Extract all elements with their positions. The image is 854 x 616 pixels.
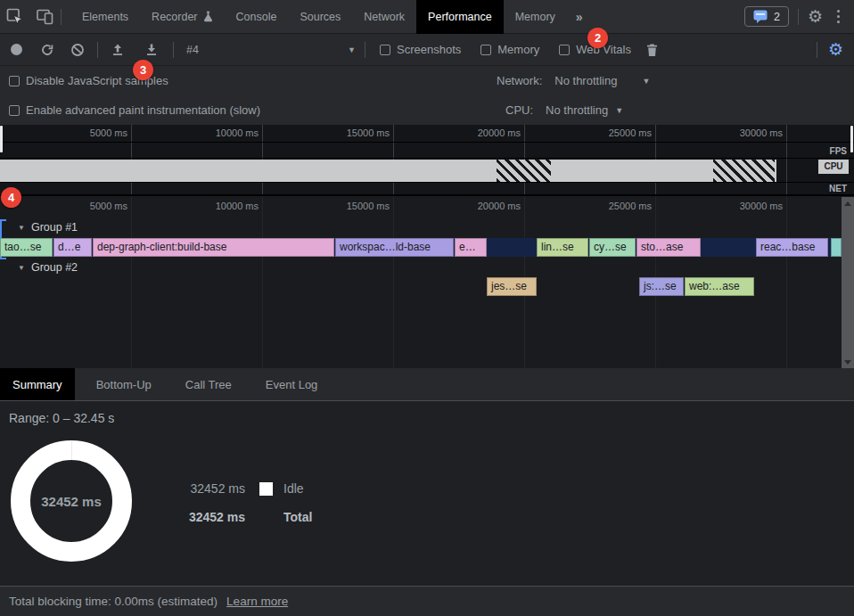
idle-value: 32452 ms [183,481,245,496]
total-label: Total [283,510,312,524]
learn-more-link[interactable]: Learn more [226,595,288,608]
capture-settings-gear-icon[interactable]: ⚙ [828,41,843,58]
settings-gear-icon[interactable]: ⚙ [808,8,823,25]
flame-bar[interactable] [831,238,842,257]
chevron-down-icon: ▼ [642,77,650,86]
divider [61,9,62,25]
flask-icon [203,11,213,22]
tick-label: 20000 ms [449,127,521,138]
tick-label: 30000 ms [711,201,783,211]
detail-tabbar: SummaryBottom-UpCall TreeEvent Log [0,368,854,401]
checkbox-box [9,76,20,86]
flame-bar[interactable]: lin…se [537,238,588,257]
load-profile-button[interactable] [111,43,125,57]
tick-label: 15000 ms [318,201,390,211]
checkbox-label: Enable advanced paint instrumentation (s… [26,103,260,117]
tab-memory[interactable]: Memory [504,0,567,34]
tab-summary[interactable]: Summary [0,368,75,400]
fps-lane-label: FPS [830,146,847,156]
message-bubble-icon [753,10,768,23]
group1-label: Group #1 [31,221,78,234]
group1-track: tao…sed…edep-graph-client:build-basework… [0,238,842,257]
network-throttling-select[interactable]: Network: No throttling ▼ [497,74,650,87]
group2-header[interactable]: ▼ Group #2 [18,261,78,274]
divider [173,42,174,58]
timeline-overview[interactable]: 5000 ms10000 ms15000 ms20000 ms25000 ms3… [0,125,854,195]
console-messages-pill[interactable]: 2 [744,6,789,27]
idle-swatch [259,482,273,496]
network-label: Network: [497,74,542,87]
tab-network[interactable]: Network [352,0,416,34]
expander-icon: ▼ [18,224,25,232]
range-label: Range: 0 – 32.45 s [9,411,114,425]
tick-label: 10000 ms [187,201,259,211]
tab-performance[interactable]: Performance [416,0,504,34]
tab-event-log[interactable]: Event Log [253,368,331,400]
checkbox-box [559,45,570,55]
tick-label: 5000 ms [56,127,127,138]
tick-label: 25000 ms [580,127,652,138]
flame-bar[interactable]: workspac…ld-base [335,238,454,257]
devtools-window: ElementsRecorderConsoleSourcesNetworkPer… [0,0,854,616]
flame-bar[interactable]: tao…se [0,238,53,257]
scroll-up-icon[interactable] [844,201,851,206]
more-options-icon[interactable] [832,10,845,23]
total-value: 32452 ms [183,510,245,524]
cpu-throttling-select[interactable]: CPU: No throttling ▼ [505,103,623,117]
tab-more-tabs[interactable]: » [567,0,592,34]
checkbox-box [480,45,491,55]
flame-bar[interactable]: cy…se [589,238,636,257]
checkbox-advanced-paint-instrumentation[interactable]: Enable advanced paint instrumentation (s… [9,103,260,117]
tick-label: 10000 ms [187,127,259,138]
trash-icon[interactable] [645,43,659,57]
tab-sources[interactable]: Sources [288,0,352,34]
tab-call-tree[interactable]: Call Tree [173,368,244,400]
group1-header[interactable]: ▼ Group #1 [18,221,78,234]
overview-window-handle-left[interactable] [0,126,3,152]
tab-console[interactable]: Console [225,0,289,34]
flame-bar[interactable]: js:…se [639,277,684,296]
chevron-down-icon: ▼ [615,106,623,115]
flame-bar[interactable]: sto…ase [636,238,701,257]
group2-label: Group #2 [31,261,78,274]
clear-button[interactable] [70,43,85,57]
main-tabbar: ElementsRecorderConsoleSourcesNetworkPer… [0,0,854,34]
checkbox-box [380,45,390,55]
tick-label: 15000 ms [318,127,390,138]
step-badge-3: 3 [133,60,153,80]
flame-bar[interactable]: reac…base [756,238,828,257]
capture-options: Disable JavaScript samples Network: No t… [0,66,854,125]
checkbox-screenshots[interactable]: Screenshots [380,43,461,56]
flame-bar[interactable]: jes…se [487,277,537,296]
total-blocking-time-text: Total blocking time: 0.00ms (estimated) [9,595,218,608]
save-profile-button[interactable] [144,43,159,57]
cpu-value: No throttling [546,103,608,117]
messages-count: 2 [774,11,780,23]
flame-bar[interactable]: web:…ase [685,277,754,296]
flame-bar[interactable]: e… [455,238,487,257]
overview-window-handle-right[interactable] [850,126,853,152]
flame-chart[interactable]: 5000 ms10000 ms15000 ms20000 ms25000 ms3… [0,195,854,368]
checkbox-box [9,105,20,116]
reload-and-record-button[interactable] [40,43,54,57]
flame-bar[interactable]: dep-graph-client:build-base [93,238,334,257]
tab-recorder[interactable]: Recorder [140,0,224,34]
checkbox-memory[interactable]: Memory [480,43,539,56]
scroll-down-icon[interactable] [844,360,851,365]
legend-row-idle: 32452 ms Idle [183,480,312,497]
record-button[interactable] [11,44,22,55]
tab-elements[interactable]: Elements [70,0,140,34]
flame-bar[interactable]: d…e [53,238,92,257]
device-toolbar-icon[interactable] [30,4,61,30]
net-lane: NET [0,183,854,195]
history-dropdown[interactable]: #4 ▼ [186,44,356,56]
flame-scrollbar[interactable] [842,197,854,368]
legend-row-total: 32452 ms Total [183,508,312,526]
inspect-element-icon[interactable] [0,4,30,30]
net-lane-label: NET [829,184,847,193]
idle-label: Idle [283,481,304,496]
tick-label: 20000 ms [449,201,521,211]
cpu-activity-band [0,160,776,182]
tab-bottom-up[interactable]: Bottom-Up [84,368,164,400]
summary-pane: Range: 0 – 32.45 s 32452 ms 32452 ms Idl… [0,401,854,586]
